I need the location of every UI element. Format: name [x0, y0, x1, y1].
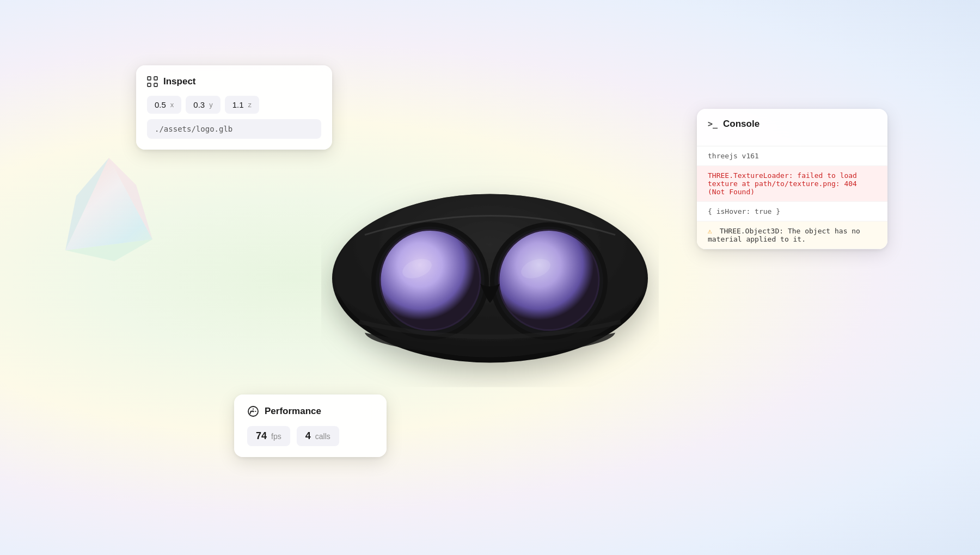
svg-point-17: [253, 411, 254, 412]
coord-z-value: 1.1: [232, 100, 244, 109]
inspect-title: Inspect: [147, 76, 321, 87]
console-row-warning: ⚠ THREE.Object3D: The object has no mate…: [697, 221, 887, 249]
coord-z-box: 1.1 z: [225, 96, 259, 114]
svg-rect-15: [154, 83, 157, 87]
console-text-0: threejs v161: [708, 152, 759, 160]
coord-x-box: 0.5 x: [147, 96, 181, 114]
svg-rect-12: [148, 77, 151, 80]
warning-icon: ⚠: [708, 227, 712, 235]
performance-icon: [247, 405, 259, 417]
coord-x-value: 0.5: [155, 100, 166, 109]
console-text-3: THREE.Object3D: The object has no materi…: [708, 227, 860, 243]
console-row-info: threejs v161: [697, 146, 887, 166]
coord-y-box: 0.3 y: [186, 96, 220, 114]
performance-card: Performance 74 fps 4 calls: [234, 394, 387, 457]
fps-label: fps: [271, 432, 281, 441]
fps-metric: 74 fps: [247, 426, 290, 446]
console-icon: >_: [708, 119, 718, 129]
perf-title-label: Performance: [265, 406, 321, 417]
console-row-log: { isHover: true }: [697, 202, 887, 221]
inspect-card: Inspect 0.5 x 0.3 y 1.1 z ./assets/logo.…: [136, 65, 332, 150]
svg-rect-14: [148, 83, 151, 87]
console-card: >_ Console threejs v161 THREE.TextureLoa…: [697, 109, 887, 249]
console-title: >_ Console: [708, 119, 877, 130]
coord-y-label: y: [209, 101, 213, 109]
console-text-1: THREE.TextureLoader: failed to load text…: [708, 171, 857, 196]
svg-rect-13: [154, 77, 157, 80]
console-text-2: { isHover: true }: [708, 207, 780, 215]
asset-path: ./assets/logo.glb: [147, 119, 321, 139]
perf-title: Performance: [247, 405, 373, 417]
coord-x-label: x: [170, 101, 174, 109]
coord-y-value: 0.3: [193, 100, 205, 109]
calls-value: 4: [305, 430, 311, 442]
decorative-shape: [60, 152, 169, 283]
console-row-error: THREE.TextureLoader: failed to load text…: [697, 166, 887, 202]
inspect-icon: [147, 76, 158, 87]
coord-row: 0.5 x 0.3 y 1.1 z: [147, 96, 321, 114]
inspect-label: Inspect: [163, 76, 196, 87]
calls-metric: 4 calls: [297, 426, 339, 446]
console-title-label: Console: [723, 119, 759, 130]
vr-headset: [321, 159, 659, 387]
perf-metrics: 74 fps 4 calls: [247, 426, 373, 446]
console-body: threejs v161 THREE.TextureLoader: failed…: [697, 146, 887, 249]
fps-value: 74: [256, 430, 267, 442]
coord-z-label: z: [248, 101, 252, 109]
calls-label: calls: [315, 432, 330, 441]
console-header: >_ Console: [697, 109, 887, 146]
